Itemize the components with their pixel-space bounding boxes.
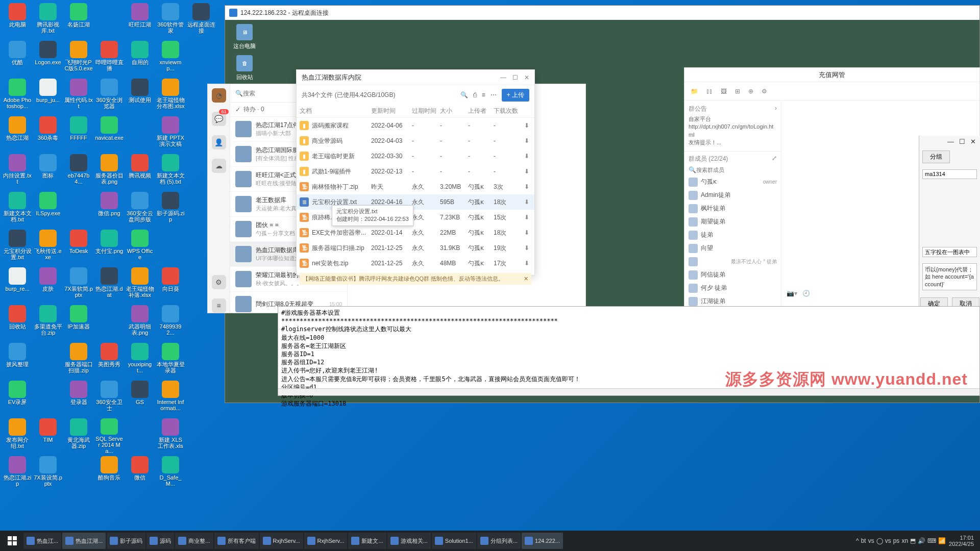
desktop-icon[interactable]: 回收站	[3, 305, 32, 341]
desktop-icon[interactable]: ToDesk	[64, 230, 93, 265]
minimize-icon[interactable]: —	[500, 74, 506, 81]
desktop-icon[interactable]: 向日葵	[156, 267, 185, 303]
desktop-icon[interactable]: ILSpy.exe	[34, 192, 62, 228]
desktop-icon[interactable]: 武器明细表.png	[126, 305, 154, 341]
desktop-icon[interactable]: 飞秋传送.exe	[34, 230, 62, 265]
taskbar-item[interactable]: 热血江湖...	[62, 533, 106, 549]
desktop-icon[interactable]: 自用的	[126, 41, 154, 77]
dlg-min-icon[interactable]: —	[947, 138, 954, 145]
taskbar-item[interactable]: RxjhServ...	[260, 533, 303, 549]
desktop-icon[interactable]: D_Safe_M...	[156, 456, 185, 492]
desktop-icon[interactable]: 优酷	[3, 41, 32, 77]
desktop-icon[interactable]: burp_ju...	[34, 79, 62, 114]
desktop-icon[interactable]: 支付宝.png	[95, 230, 124, 265]
file-row[interactable]: ▮武勋1-9端插件 2022-02-13 - - - - ⬇	[297, 164, 534, 179]
add-icon[interactable]: ⊕	[748, 88, 753, 95]
history-icon[interactable]: 🕘	[802, 290, 810, 297]
download-icon[interactable]: ⬇	[519, 122, 534, 129]
desktop-icon[interactable]: 7X装软简.pptx	[64, 267, 93, 303]
taskbar-item[interactable]: 所有客户端	[214, 533, 259, 549]
start-button[interactable]	[2, 531, 22, 551]
camera-icon[interactable]: 📷▾	[787, 290, 797, 297]
folder-icon[interactable]: 📁	[691, 88, 698, 95]
desktop-icon[interactable]: 74899392...	[156, 305, 185, 341]
chevron-right-icon[interactable]: ›	[775, 105, 777, 113]
member-item[interactable]: 最凉不过人心 ° 徒弟	[684, 255, 781, 268]
taskbar-item[interactable]: 新建文...	[348, 533, 386, 549]
download-icon[interactable]: ⬇	[519, 229, 534, 236]
taskbar-item[interactable]: 124.222...	[522, 533, 563, 549]
desktop-icon[interactable]: 内挂设置.txt	[3, 154, 32, 190]
download-icon[interactable]: ⎙	[473, 91, 477, 98]
file-row[interactable]: ▮源码搬家课程 2022-04-06 - - - - ⬇	[297, 118, 534, 133]
member-item[interactable]: 向望	[684, 242, 781, 255]
desktop-icon[interactable]: 元宝积分设置.txt	[3, 230, 32, 265]
desktop-icon[interactable]: 老王端怪物补落.xlsx	[126, 267, 154, 303]
download-icon[interactable]: ⬇	[519, 244, 534, 252]
desktop-icon[interactable]: IP加速器	[64, 305, 93, 341]
contacts-icon[interactable]: 👤	[212, 135, 226, 149]
desktop-icon[interactable]: 测试使用	[126, 79, 154, 114]
desktop-icon[interactable]: 属性代码.txt	[64, 79, 93, 114]
desktop-icon[interactable]: 此电脑	[3, 3, 32, 39]
desktop-icon[interactable]: 微信	[126, 456, 154, 492]
desktop-icon[interactable]: 美图秀秀	[95, 343, 124, 379]
desktop-icon[interactable]: 本地华夏登录器	[156, 343, 185, 379]
list-view-icon[interactable]: ≡	[482, 91, 485, 98]
tray-icon[interactable]: bt	[861, 537, 866, 544]
group-tab-button[interactable]: 分组	[922, 151, 950, 163]
desktop-icon[interactable]: 360安全卫士	[95, 381, 124, 416]
download-icon[interactable]: ⬇	[519, 153, 534, 160]
upload-button[interactable]: + 上传	[502, 89, 529, 102]
tray-icon[interactable]: vs	[885, 537, 891, 544]
panel-icon[interactable]: ⫿⫿	[706, 88, 713, 95]
tray-icon[interactable]: ^	[856, 537, 859, 544]
taskbar-item[interactable]: Solution1...	[432, 533, 476, 549]
desktop-icon[interactable]: 影子源码.zip	[156, 192, 185, 228]
desktop-icon[interactable]: Internet Informati...	[156, 381, 185, 416]
file-row[interactable]: 🗜服务器端口扫描.zip 2021-12-25 永久 31.9KB 勺孤ᴋ 19…	[297, 240, 534, 256]
member-item[interactable]: 徒弟	[684, 229, 781, 242]
desktop-icon[interactable]: 服务器价目表.png	[95, 154, 124, 190]
download-icon[interactable]: ⬇	[519, 214, 534, 221]
file-row[interactable]: ▮商业带源码 2022-04-03 - - - - ⬇	[297, 133, 534, 148]
member-item[interactable]: Admin徒弟	[684, 189, 781, 202]
taskbar-item[interactable]: 游戏相关...	[387, 533, 431, 549]
download-icon[interactable]: ⬇	[519, 183, 534, 190]
tray-icon[interactable]: ps	[893, 537, 900, 544]
desktop-icon[interactable]: 哔哩哔哩直播	[95, 41, 124, 77]
desktop-icon[interactable]: xnviewmp...	[156, 41, 185, 77]
member-item[interactable]: 期望徒弟	[684, 215, 781, 229]
desktop-icon[interactable]: 360杀毒	[34, 116, 62, 152]
desktop-icon[interactable]: 新建 XLS 工作表.xls	[156, 418, 185, 454]
tray-icon[interactable]: 🔊	[918, 537, 925, 544]
desktop-icon[interactable]: 腾讯影视库.txt	[34, 3, 62, 39]
settings-icon[interactable]: ⚙	[212, 275, 226, 289]
file-row[interactable]: ▮老王端临时更新 2022-03-30 - - - - ⬇	[297, 148, 534, 164]
banner-close-icon[interactable]: ✕	[524, 276, 528, 282]
desktop-icon[interactable]: 远程桌面连接	[187, 3, 215, 39]
desktop-icon[interactable]: 黄北海武器.zip	[64, 418, 93, 454]
clock[interactable]: 17:01 2022/4/25	[949, 535, 974, 547]
download-icon[interactable]: ⬇	[519, 198, 534, 206]
taskbar-item[interactable]: 源码	[146, 533, 174, 549]
desktop-icon[interactable]: 发布网介绍.txt	[3, 418, 32, 454]
menu-icon[interactable]: ≡	[212, 298, 226, 313]
grid-icon[interactable]: ⊞	[735, 88, 740, 95]
rdp-recyclebin[interactable]: 🗑 回收站	[229, 55, 260, 81]
desktop-icon[interactable]: 热恋江湖.zip	[3, 456, 32, 492]
desktop-icon[interactable]: eb7447b4...	[64, 154, 93, 190]
tray-icons[interactable]: ^btvs◯vspsxn⬒🔊⌨📶	[856, 537, 946, 544]
download-icon[interactable]: ⬇	[519, 137, 534, 144]
tray-icon[interactable]: xn	[901, 537, 908, 544]
desktop-icon[interactable]: 新建文本文档.txt	[3, 192, 32, 228]
taskbar-item[interactable]: 分组列表...	[477, 533, 521, 549]
desktop-icon[interactable]: Adobe Photoshop...	[3, 79, 32, 114]
desktop-icon[interactable]: 登录器	[64, 381, 93, 416]
tray-icon[interactable]: ⌨	[927, 537, 936, 544]
desktop-icon[interactable]: 披风整理	[3, 343, 32, 379]
expand-icon[interactable]: ⤢	[772, 155, 777, 163]
tray-icon[interactable]: vs	[868, 537, 874, 544]
desktop-icon[interactable]: 皮肤	[34, 267, 62, 303]
member-item[interactable]: 勺孤ᴋ owner	[684, 176, 781, 189]
